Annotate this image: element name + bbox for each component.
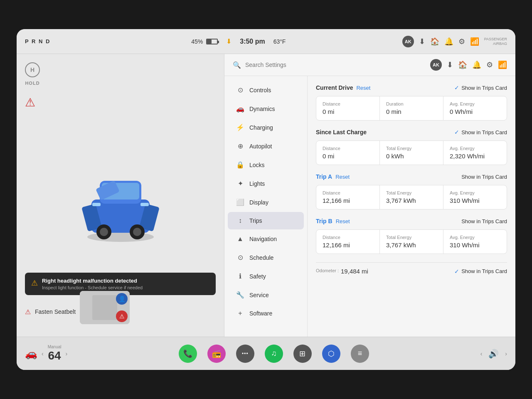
header-signal-icon[interactable]: 📶 [498, 60, 507, 69]
slc-avg-energy-cell: Avg. Energy 2,320 Wh/mi [443, 141, 507, 165]
sidebar-item-controls[interactable]: ⊙ Controls [228, 81, 304, 99]
trip-a-title: Trip A [316, 173, 332, 180]
settings-icon[interactable]: ⚙ [458, 37, 465, 46]
sidebar-item-trips[interactable]: ↕ Trips [228, 212, 304, 229]
phone-icon: 📞 [183, 349, 192, 358]
search-bar: 🔍 AK ⬇ 🏠 🔔 ⚙ 📶 [224, 54, 515, 76]
search-input[interactable] [245, 62, 426, 68]
bottom-right: ‹ 🔊 › [480, 349, 507, 359]
lights-icon: ✦ [236, 180, 244, 187]
slc-avg-energy-label: Avg. Energy [450, 146, 500, 151]
sidebar-item-safety[interactable]: ℹ Safety [228, 267, 304, 285]
notification-bell-icon[interactable]: 🔔 [444, 37, 453, 46]
current-drive-header: Current Drive Reset ✓ Show in Trips Card [316, 84, 507, 91]
trips-icon: ↕ [236, 217, 244, 224]
charging-label: Charging [249, 124, 273, 131]
user-avatar[interactable]: AK [402, 36, 414, 47]
header-bell-icon[interactable]: 🔔 [472, 60, 481, 69]
trip-b-reset-button[interactable]: Reset [336, 218, 350, 224]
sidebar-item-autopilot[interactable]: ⊕ Autopilot [228, 137, 304, 155]
trip-a-show-trips[interactable]: Show in Trips Card [461, 174, 507, 180]
slc-total-energy-cell: Total Energy 0 kWh [380, 141, 443, 165]
trip-a-reset-button[interactable]: Reset [335, 174, 350, 180]
car-icon-bottom: 🚗 [25, 348, 37, 360]
grid-app-button[interactable]: ⊞ [293, 345, 312, 363]
seatbelt-warning: ⚠ Fasten Seatbelt 👤 ⚠ [25, 295, 138, 328]
trip-a-stats: Distance 12,166 mi Total Energy 3,767 kW… [316, 185, 507, 209]
odometer-info: Odometer : 19,484 mi [316, 268, 368, 275]
current-drive-duration-cell: Duration 0 min [380, 96, 443, 120]
bluetooth-app-button[interactable]: ⬡ [322, 345, 340, 363]
thumbnail-content: 👤 ⚠ [80, 291, 130, 324]
since-last-charge-checkmark-icon: ✓ [454, 129, 459, 135]
sidebar-item-schedule[interactable]: ⊙ Schedule [228, 249, 304, 266]
trip-a-show-trips-label: Show in Trips Card [461, 174, 507, 180]
sidebar-item-charging[interactable]: ⚡ Charging [228, 118, 304, 136]
slc-distance-cell: Distance 0 mi [316, 141, 379, 165]
since-last-charge-show-trips[interactable]: ✓ Show in Trips Card [454, 129, 507, 135]
battery-icon [206, 39, 218, 44]
sidebar-item-software[interactable]: + Software [228, 305, 304, 322]
main-content: H HOLD ⚠ [17, 54, 515, 337]
dynamics-label: Dynamics [249, 106, 275, 112]
header-download-icon[interactable]: ⬇ [447, 60, 453, 69]
header-user-avatar[interactable]: AK [430, 59, 442, 71]
notes-icon: ≡ [358, 349, 362, 358]
trip-b-show-trips-label: Show in Trips Card [461, 218, 507, 224]
phone-app-button[interactable]: 📞 [179, 345, 197, 363]
current-drive-duration-value: 0 min [386, 108, 437, 115]
trip-b-show-trips[interactable]: Show in Trips Card [461, 218, 507, 224]
time-display: 3:50 pm [240, 38, 265, 45]
signal-icon[interactable]: 📶 [470, 37, 479, 46]
sidebar-item-dynamics[interactable]: 🚗 Dynamics [228, 100, 304, 118]
chevron-right-temp-icon[interactable]: › [65, 350, 67, 357]
trip-a-distance-cell: Distance 12,166 mi [316, 185, 379, 209]
chevron-left-icon[interactable]: ‹ [42, 350, 44, 357]
thumbnail-badge-blue: 👤 [116, 293, 128, 305]
since-last-charge-header: Since Last Charge ✓ Show in Trips Card [316, 129, 507, 135]
since-last-charge-stats: Distance 0 mi Total Energy 0 kWh Avg. En… [316, 140, 507, 165]
autopilot-label: Autopilot [249, 143, 272, 150]
current-drive-reset-button[interactable]: Reset [356, 85, 370, 91]
trip-a-total-energy-value: 3,767 kWh [386, 197, 437, 204]
sidebar-item-display[interactable]: ⬜ Display [228, 193, 304, 211]
current-drive-show-trips[interactable]: ✓ Show in Trips Card [454, 84, 507, 91]
trip-b-header: Trip B Reset Show in Trips Card [316, 218, 507, 224]
temp-value[interactable]: 64 [48, 349, 61, 362]
garage-icon[interactable]: 🏠 [430, 37, 439, 46]
more-apps-button[interactable]: ••• [236, 345, 254, 363]
svg-rect-12 [140, 203, 149, 206]
odometer-show-trips[interactable]: ✓ Show in Trips Card [454, 268, 507, 275]
sidebar-item-navigation[interactable]: ▲ Navigation [228, 230, 304, 248]
current-drive-distance-label: Distance [323, 101, 373, 106]
chevron-right-icon[interactable]: › [505, 350, 507, 357]
trip-a-total-energy-cell: Total Energy 3,767 kWh [380, 185, 443, 209]
trip-b-section: Trip B Reset Show in Trips Card Distance… [316, 218, 507, 254]
volume-icon[interactable]: 🔊 [488, 349, 499, 359]
spotify-app-button[interactable]: ♫ [265, 345, 283, 363]
top-bar: P R N D 45% ⬇ 3:50 pm 63°F AK ⬇ 🏠 🔔 ⚙ 📶 … [17, 29, 515, 54]
current-drive-distance-cell: Distance 0 mi [316, 96, 379, 120]
download-icon[interactable]: ⬇ [419, 37, 425, 46]
header-home-icon[interactable]: 🏠 [458, 60, 467, 69]
radio-app-button[interactable]: 📻 [207, 345, 226, 363]
current-drive-stats: Distance 0 mi Duration 0 min Avg. Energy… [316, 96, 507, 121]
header-settings-icon[interactable]: ⚙ [486, 60, 493, 69]
svg-point-10 [133, 228, 141, 236]
slc-total-energy-value: 0 kWh [386, 153, 437, 160]
sidebar-item-lights[interactable]: ✦ Lights [228, 175, 304, 192]
seatbelt-text: Fasten Seatbelt [35, 308, 76, 315]
trip-a-total-energy-label: Total Energy [386, 190, 437, 195]
trip-b-avg-energy-value: 310 Wh/mi [450, 241, 500, 249]
svg-rect-11 [92, 203, 101, 206]
display-icon: ⬜ [236, 198, 244, 206]
sidebar-item-service[interactable]: 🔧 Service [228, 286, 304, 304]
notes-app-button[interactable]: ≡ [351, 345, 369, 363]
sidebar-item-locks[interactable]: 🔒 Locks [228, 156, 304, 174]
chevron-left-right-icon[interactable]: ‹ [480, 350, 483, 357]
hold-text: HOLD [25, 81, 39, 86]
right-panel: 🔍 AK ⬇ 🏠 🔔 ⚙ 📶 ⊙ Contro [224, 54, 515, 337]
service-icon: 🔧 [236, 291, 244, 299]
temp-control: Manual 64 [48, 345, 62, 362]
svg-point-8 [100, 228, 108, 236]
